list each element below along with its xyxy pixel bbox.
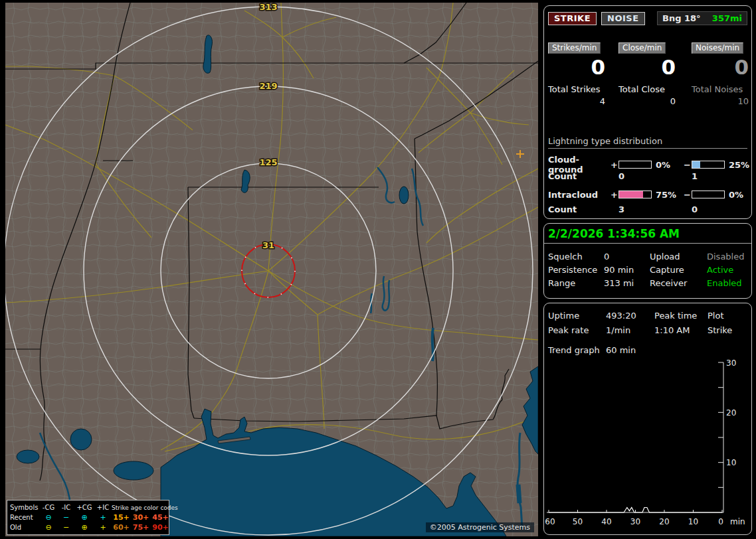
neg-cg-recent-icon: ⊖ bbox=[39, 514, 58, 521]
age-code-45: 45+ bbox=[151, 514, 170, 521]
x-tick-0: 0 bbox=[718, 517, 723, 526]
x-tick-50: 50 bbox=[573, 517, 583, 526]
ic-negative-pct: 0% bbox=[726, 190, 753, 200]
pos-ic-recent-icon: + bbox=[94, 514, 112, 521]
bearing-range-value: 357mi bbox=[712, 13, 742, 23]
ic-count-label: Count bbox=[548, 204, 611, 214]
x-tick-10: 10 bbox=[688, 517, 698, 526]
ring-label-313: 313 bbox=[259, 3, 277, 12]
ring-label-125: 125 bbox=[259, 157, 277, 167]
cg-negative-bar bbox=[692, 161, 725, 169]
x-axis-unit: min bbox=[730, 517, 745, 526]
legend-header-symbols: Symbols bbox=[10, 504, 39, 511]
ic-positive-pct: 75% bbox=[653, 190, 684, 200]
ring-label-219: 219 bbox=[259, 81, 277, 91]
legend-header-neg-cg: -CG bbox=[39, 504, 58, 511]
legend-old-label: Old bbox=[10, 524, 39, 531]
trend-panel: Uptime 493:20 Peak time Plot Peak rate 1… bbox=[543, 303, 752, 535]
cloud-ground-row: Cloud-ground + 0% − 25% bbox=[548, 155, 747, 168]
close-per-min-button[interactable]: Close/min bbox=[618, 42, 666, 54]
x-tick-60: 60 bbox=[545, 517, 555, 526]
y-tick-20: 20 bbox=[726, 408, 736, 418]
minus-sign: − bbox=[684, 190, 692, 200]
minus-sign: − bbox=[684, 160, 692, 170]
total-noises-value: 10 bbox=[692, 96, 749, 106]
noises-per-min-value: 0 bbox=[692, 57, 749, 78]
ic-negative-bar bbox=[692, 191, 725, 198]
close-per-min-value: 0 bbox=[618, 57, 676, 78]
total-noises-label: Total Noises bbox=[692, 84, 749, 94]
receiver-value: Enabled bbox=[707, 278, 747, 288]
cg-positive-bar bbox=[618, 161, 652, 169]
legend-header-row: Symbols -CG -IC +CG +IC Strike age color… bbox=[10, 502, 166, 512]
x-tick-40: 40 bbox=[601, 517, 611, 526]
range-label: Range bbox=[548, 278, 604, 288]
bearing-value: Bng 18° bbox=[662, 13, 701, 23]
neg-cg-old-icon: ⊖ bbox=[39, 524, 58, 531]
map-legend: Symbols -CG -IC +CG +IC Strike age color… bbox=[7, 500, 169, 535]
intracloud-count-row: Count 3 0 bbox=[548, 201, 747, 217]
legend-header-pos-cg: +CG bbox=[74, 504, 94, 511]
copyright-notice: ©2005 Astrogenic Systems bbox=[426, 522, 534, 532]
cg-positive-pct: 0% bbox=[653, 160, 684, 170]
ic-positive-bar bbox=[618, 191, 652, 198]
squelch-label: Squelch bbox=[548, 252, 604, 262]
cg-count-label: Count bbox=[548, 171, 611, 181]
status-rows: Squelch 0 Upload Disabled Persistence 90… bbox=[544, 250, 751, 289]
trend-axes bbox=[547, 362, 723, 512]
pos-cg-old-icon: ⊕ bbox=[74, 524, 94, 531]
status-row: Squelch 0 Upload Disabled bbox=[544, 250, 751, 263]
noise-mode-button[interactable]: NOISE bbox=[601, 12, 645, 25]
range-value: 313 mi bbox=[604, 278, 650, 288]
legend-recent-label: Recent bbox=[10, 514, 39, 521]
age-code-90: 90+ bbox=[151, 524, 170, 531]
noises-counter-column: Noises/min 0 Total Noises 10 bbox=[692, 42, 749, 106]
strikes-per-min-button[interactable]: Strikes/min bbox=[548, 42, 601, 54]
squelch-value: 0 bbox=[604, 252, 650, 262]
total-strikes-label: Total Strikes bbox=[548, 84, 605, 94]
trend-tick-labels: 30 20 10 60 50 40 30 20 10 0 min bbox=[545, 358, 745, 526]
ring-label-31: 31 bbox=[262, 240, 274, 250]
status-panel: 2/2/2026 1:34:56 AM Squelch 0 Upload Dis… bbox=[543, 223, 752, 299]
neg-ic-recent-icon: − bbox=[58, 514, 74, 521]
strikes-counter-column: Strikes/min 0 Total Strikes 4 bbox=[548, 42, 605, 106]
legend-header-neg-ic: -IC bbox=[58, 504, 74, 511]
capture-value: Active bbox=[707, 265, 747, 275]
upload-value: Disabled bbox=[707, 252, 747, 262]
legend-recent-row: Recent ⊖ − ⊕ + 15+ 30+ 45+ bbox=[10, 512, 166, 522]
map-viewport[interactable]: 31 125 219 313 Symbols -CG -IC +CG +IC S… bbox=[5, 3, 538, 536]
map-canvas[interactable]: 31 125 219 313 bbox=[5, 3, 538, 536]
y-tick-10: 10 bbox=[726, 458, 736, 467]
total-strikes-value: 4 bbox=[548, 96, 605, 106]
x-tick-20: 20 bbox=[659, 517, 669, 526]
age-code-30: 30+ bbox=[131, 514, 151, 521]
age-code-60: 60+ bbox=[112, 524, 131, 531]
total-close-label: Total Close bbox=[618, 84, 676, 94]
cg-negative-pct: 25% bbox=[726, 160, 753, 170]
status-row: Range 313 mi Receiver Enabled bbox=[544, 276, 751, 289]
legend-header-age-codes: Strike age color codes bbox=[112, 504, 170, 511]
strike-mode-button[interactable]: STRIKE bbox=[548, 12, 597, 25]
pos-ic-old-icon: + bbox=[94, 524, 112, 531]
noises-per-min-button[interactable]: Noises/min bbox=[692, 42, 743, 54]
status-row: Persistence 90 min Capture Active bbox=[544, 263, 751, 276]
y-tick-30: 30 bbox=[726, 358, 736, 368]
distribution-title: Lightning type distribution bbox=[548, 136, 747, 149]
ic-negative-count: 0 bbox=[692, 204, 726, 214]
pos-cg-recent-icon: ⊕ bbox=[74, 514, 94, 521]
cloud-ground-count-row: Count 0 1 bbox=[548, 168, 747, 184]
ic-positive-count: 3 bbox=[618, 204, 653, 214]
close-counter-column: Close/min 0 Total Close 0 bbox=[618, 42, 676, 106]
intracloud-row: Intracloud + 75% − 0% bbox=[548, 188, 747, 201]
age-code-75: 75+ bbox=[131, 524, 151, 531]
plus-sign: + bbox=[611, 190, 618, 200]
persistence-value: 90 min bbox=[604, 265, 650, 275]
total-close-value: 0 bbox=[618, 96, 676, 106]
age-code-15: 15+ bbox=[112, 514, 131, 521]
trend-graph-chart: 30 20 10 60 50 40 30 20 10 0 min bbox=[544, 303, 751, 534]
intracloud-label: Intracloud bbox=[548, 190, 611, 200]
persistence-label: Persistence bbox=[548, 265, 604, 275]
mode-button-row: STRIKE NOISE Bng 18° 357mi bbox=[548, 11, 747, 25]
strikes-per-min-value: 0 bbox=[548, 57, 605, 78]
upload-label: Upload bbox=[650, 252, 707, 262]
